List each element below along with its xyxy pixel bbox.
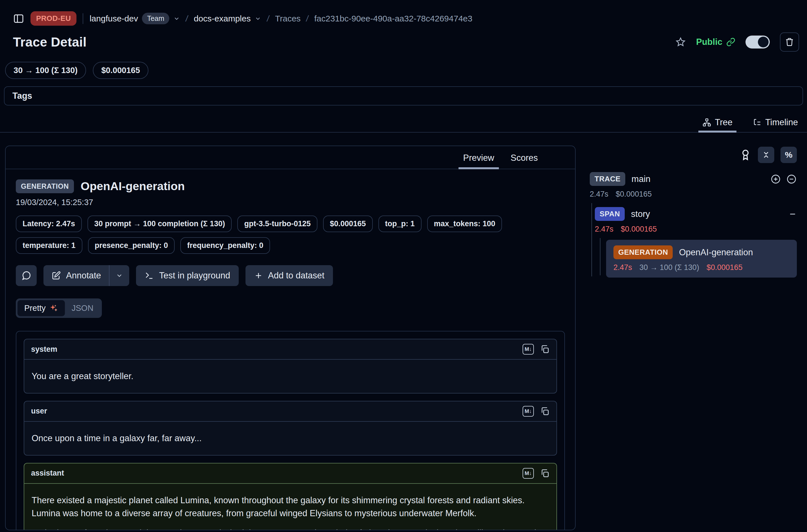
comment-button[interactable] xyxy=(16,265,37,286)
markdown-toggle-icon[interactable]: M↓ xyxy=(523,344,534,355)
span-node[interactable]: SPAN story xyxy=(595,207,797,221)
span-metrics: 2.47s $0.000165 xyxy=(595,225,797,233)
markdown-toggle-icon[interactable]: M↓ xyxy=(523,406,534,417)
chevron-down-icon xyxy=(116,272,123,279)
format-pretty-button[interactable]: Pretty xyxy=(18,300,65,316)
copy-icon[interactable] xyxy=(540,469,550,478)
token-usage-badge: 30 → 100 (Σ 130) xyxy=(5,62,86,79)
breadcrumb-project[interactable]: docs-examples xyxy=(194,14,251,23)
frequency-penalty-chip: frequency_penalty: 0 xyxy=(180,237,270,254)
collapse-all-button[interactable] xyxy=(758,147,774,163)
span-subtree: SPAN story 2.47s $0.000165 GENERATION xyxy=(595,207,797,278)
message-header: user M↓ xyxy=(24,401,557,422)
metrics-toggle-button[interactable]: % xyxy=(781,147,797,163)
generation-node-selected[interactable]: GENERATION OpenAI-generation 2.47s 30 → … xyxy=(606,240,797,278)
public-toggle[interactable] xyxy=(746,36,770,49)
star-icon[interactable] xyxy=(675,37,686,48)
copy-icon[interactable] xyxy=(540,344,550,354)
breadcrumb: langfuse-dev Team / docs-examples / Trac… xyxy=(90,13,472,24)
message-content: Once upon a time in a galaxy far, far aw… xyxy=(24,422,557,455)
breadcrumb-separator: / xyxy=(305,14,309,23)
trace-summary-badges: 30 → 100 (Σ 130) $0.000165 xyxy=(0,52,807,79)
copy-icon[interactable] xyxy=(540,406,550,416)
title-row: Trace Detail Public xyxy=(0,26,807,52)
environment-badge: PROD-EU xyxy=(31,11,76,26)
generation-node-header: GENERATION OpenAI-generation xyxy=(614,245,789,259)
trace-cost: $0.000165 xyxy=(616,190,652,198)
observation-timestamp: 19/03/2024, 15:25:37 xyxy=(16,198,565,207)
presence-penalty-chip: presence_penalty: 0 xyxy=(88,237,175,254)
message-header: system M↓ xyxy=(24,339,557,360)
format-json-button[interactable]: JSON xyxy=(65,300,100,316)
tags-label: Tags xyxy=(13,91,32,101)
tab-preview[interactable]: Preview xyxy=(457,151,500,169)
circle-minus-icon[interactable] xyxy=(786,174,797,185)
message-system: system M↓ You are a great storyteller. xyxy=(24,339,557,394)
annotate-button[interactable]: Annotate xyxy=(43,265,109,286)
observation-type-badge: GENERATION xyxy=(16,179,74,193)
topbar-divider xyxy=(83,13,83,24)
generation-latency: 2.47s xyxy=(614,263,632,272)
collapse-node-icon[interactable] xyxy=(788,210,797,218)
award-icon[interactable] xyxy=(739,149,752,161)
circle-plus-icon[interactable] xyxy=(770,174,781,185)
tree-toolbar: % xyxy=(590,147,797,163)
trace-latency: 2.47s xyxy=(590,190,608,198)
sparkles-icon xyxy=(49,304,58,313)
breadcrumb-traces[interactable]: Traces xyxy=(275,14,301,23)
tree-icon xyxy=(702,118,711,127)
test-in-playground-button[interactable]: Test in playground xyxy=(136,265,239,286)
observation-name: OpenAI-generation xyxy=(81,180,185,193)
top-bar: PROD-EU langfuse-dev Team / docs-example… xyxy=(0,0,807,26)
generation-badge: GENERATION xyxy=(614,245,673,259)
message-role: assistant xyxy=(31,469,64,478)
generation-name: OpenAI-generation xyxy=(679,247,753,258)
format-pretty-label: Pretty xyxy=(24,304,46,313)
cost-badge: $0.000165 xyxy=(93,62,148,79)
title-actions: Public xyxy=(675,33,799,52)
tab-tree-label: Tree xyxy=(715,117,732,128)
observation-header: GENERATION OpenAI-generation xyxy=(16,179,565,193)
message-paragraph: You are a great storyteller. xyxy=(32,370,549,383)
annotate-dropdown-button[interactable] xyxy=(110,265,129,286)
trace-tree-panel: % TRACE main 2.47s $0.000165 xyxy=(590,146,802,278)
tags-box[interactable]: Tags xyxy=(4,86,803,106)
chevron-down-icon[interactable] xyxy=(173,15,180,22)
message-assistant: assistant M↓ There existed a majestic pl… xyxy=(24,463,557,530)
plus-icon xyxy=(254,271,263,280)
latency-chip: Latency: 2.47s xyxy=(16,215,82,232)
generation-tokens: 30 → 100 (Σ 130) xyxy=(639,263,699,272)
span-cost: $0.000165 xyxy=(621,225,657,233)
comment-icon xyxy=(21,270,31,281)
message-paragraph: At the heart of Lumina stood the towerin… xyxy=(32,527,549,531)
generation-metrics: 2.47s 30 → 100 (Σ 130) $0.000165 xyxy=(614,263,789,272)
message-paragraph: Once upon a time in a galaxy far, far aw… xyxy=(32,432,549,445)
message-paragraph: There existed a majestic planet called L… xyxy=(32,494,549,520)
delete-trace-button[interactable] xyxy=(780,33,799,52)
breadcrumb-org[interactable]: langfuse-dev xyxy=(90,14,138,23)
tab-timeline[interactable]: Timeline xyxy=(749,115,802,132)
generation-cost: $0.000165 xyxy=(707,263,743,272)
observation-panel: Preview Scores GENERATION OpenAI-generat… xyxy=(5,146,576,530)
trace-node[interactable]: TRACE main xyxy=(590,172,797,186)
markdown-toggle-icon[interactable]: M↓ xyxy=(523,468,534,479)
generation-subtree: GENERATION OpenAI-generation 2.47s 30 → … xyxy=(606,240,797,278)
sidebar-toggle-icon[interactable] xyxy=(13,13,24,24)
content-area: Preview Scores GENERATION OpenAI-generat… xyxy=(0,146,807,530)
add-to-dataset-button[interactable]: Add to dataset xyxy=(245,265,333,286)
chevron-down-icon[interactable] xyxy=(255,15,261,22)
observation-metadata-chips: Latency: 2.47s 30 prompt → 100 completio… xyxy=(16,215,565,254)
annotate-label: Annotate xyxy=(66,270,101,281)
trace-tree: TRACE main 2.47s $0.000165 SPAN xyxy=(590,172,797,278)
message-role: user xyxy=(31,407,47,416)
message-content: You are a great storyteller. xyxy=(24,360,557,393)
model-chip[interactable]: gpt-3.5-turbo-0125 xyxy=(237,215,317,232)
tab-tree[interactable]: Tree xyxy=(698,115,736,132)
actions-row: Annotate Test in playground xyxy=(16,265,565,286)
org-plan-badge: Team xyxy=(142,13,169,24)
trace-metrics: 2.47s $0.000165 xyxy=(590,190,797,198)
page-title: Trace Detail xyxy=(13,34,87,50)
public-link[interactable]: Public xyxy=(696,37,735,47)
tab-scores[interactable]: Scores xyxy=(505,151,544,169)
message-tools: M↓ xyxy=(523,468,550,479)
